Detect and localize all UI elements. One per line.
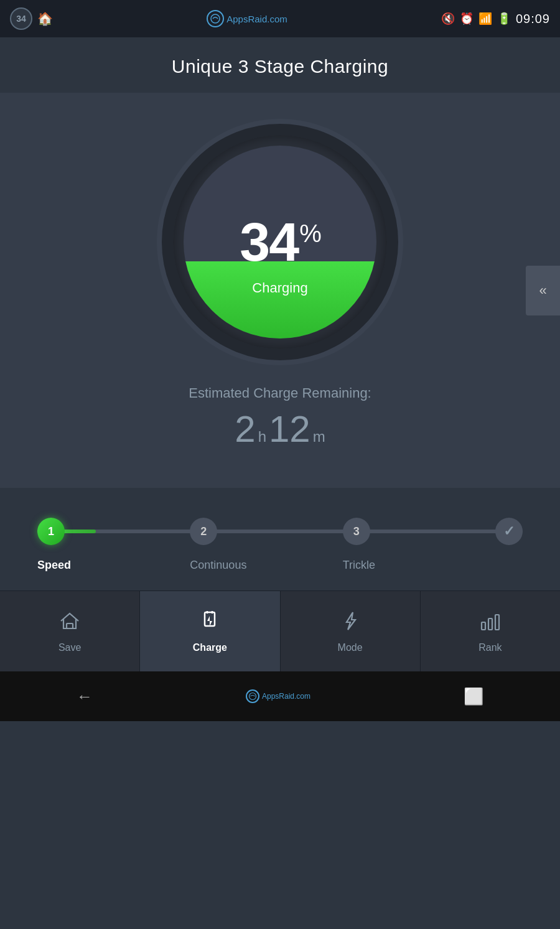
- status-bar: 34 🏠 AppsRaid.com 🔇 ⏰ 📶 🔋 09:09: [0, 0, 560, 37]
- slider-labels: Speed Continuous Trickle: [37, 559, 523, 572]
- android-home-logo: AppsRaid.com: [246, 689, 310, 703]
- clock-icon: ⏰: [460, 12, 474, 26]
- battery-fill: [184, 261, 376, 338]
- slider-track-container: 1 2 3 ✓: [37, 513, 523, 550]
- battery-status: Charging: [252, 280, 307, 296]
- recents-button[interactable]: ⬜: [464, 687, 483, 706]
- nav-label-save: Save: [58, 642, 81, 653]
- logo-circle: [207, 10, 224, 27]
- estimated-label: Estimated Charge Remaining:: [0, 385, 560, 401]
- status-left: 34 🏠: [10, 7, 53, 30]
- minutes-value: 12: [269, 408, 310, 450]
- slider-label-speed: Speed: [37, 559, 65, 572]
- slider-label-done: [495, 559, 523, 572]
- nav-label-mode: Mode: [338, 642, 363, 653]
- slider-node-check[interactable]: ✓: [495, 518, 523, 545]
- svg-point-6: [249, 693, 256, 700]
- notification-badge: 34: [10, 7, 32, 30]
- bottom-logo-text: AppsRaid.com: [262, 692, 310, 701]
- nav-item-charge[interactable]: Charge: [140, 591, 280, 671]
- main-content: « 34% Charging Estimated Charge Remainin…: [0, 93, 560, 488]
- page-title-bar: Unique 3 Stage Charging: [0, 37, 560, 93]
- slider-label-continuous: Continuous: [190, 559, 217, 572]
- page-title: Unique 3 Stage Charging: [12, 56, 548, 77]
- chevron-button[interactable]: «: [526, 266, 560, 315]
- slider-node-1[interactable]: 1: [37, 518, 65, 545]
- lightning-icon: [339, 610, 362, 637]
- slider-node-2[interactable]: 2: [190, 518, 217, 545]
- appsraid-logo: AppsRaid.com: [207, 10, 287, 27]
- status-right: 🔇 ⏰ 📶 🔋 09:09: [441, 12, 550, 26]
- battery-icon: 🔋: [497, 12, 511, 26]
- battery-inner-circle: 34% Charging: [184, 146, 376, 338]
- android-nav: ← AppsRaid.com ⬜: [0, 671, 560, 721]
- status-time: 09:09: [516, 12, 550, 26]
- svg-rect-1: [67, 623, 73, 628]
- hours-value: 2: [235, 408, 255, 450]
- bottom-nav: Save Charge Mode Rank: [0, 591, 560, 671]
- slider-nodes: 1 2 3 ✓: [37, 518, 523, 545]
- slider-node-3[interactable]: 3: [343, 518, 370, 545]
- svg-point-0: [211, 14, 220, 23]
- battery-outer-ring: 34% Charging: [162, 124, 398, 360]
- wifi-icon: 📶: [478, 12, 492, 26]
- nav-label-charge: Charge: [193, 642, 227, 653]
- svg-rect-5: [495, 615, 499, 630]
- battery-circle-container: 34% Charging: [0, 105, 560, 373]
- nav-label-rank: Rank: [478, 642, 502, 653]
- building-icon: 🏠: [37, 11, 53, 26]
- home-icon: [58, 610, 81, 637]
- minutes-unit: m: [313, 428, 325, 446]
- nav-item-save[interactable]: Save: [0, 591, 140, 671]
- estimated-time: 2 h 12 m: [0, 408, 560, 450]
- rank-icon: [479, 610, 502, 637]
- svg-rect-3: [482, 622, 485, 630]
- slider-label-trickle: Trickle: [343, 559, 370, 572]
- nav-item-rank[interactable]: Rank: [421, 591, 560, 671]
- chevron-left-icon: «: [539, 282, 546, 299]
- battery-percentage: 34%: [240, 215, 320, 269]
- battery-text: 34%: [240, 215, 320, 269]
- nav-item-mode[interactable]: Mode: [281, 591, 421, 671]
- back-button[interactable]: ←: [77, 687, 93, 706]
- charge-icon: [198, 610, 221, 637]
- hours-unit: h: [258, 428, 266, 446]
- bottom-logo-circle: [246, 689, 259, 703]
- svg-rect-4: [488, 619, 492, 630]
- mute-icon: 🔇: [441, 12, 455, 26]
- logo-text: AppsRaid.com: [226, 14, 287, 24]
- estimated-section: Estimated Charge Remaining: 2 h 12 m: [0, 373, 560, 469]
- slider-section[interactable]: 1 2 3 ✓ Speed Continuous Trickle: [0, 488, 560, 591]
